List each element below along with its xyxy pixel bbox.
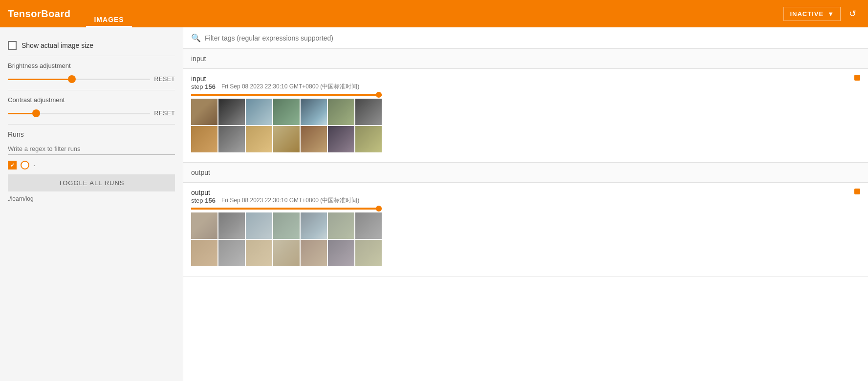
step-label-output: step 156 bbox=[191, 197, 216, 204]
toggle-all-runs-button[interactable]: TOGGLE ALL RUNS bbox=[8, 174, 175, 191]
image-cell bbox=[328, 126, 354, 152]
show-actual-size-label: Show actual image size bbox=[22, 42, 93, 49]
input-title: input bbox=[191, 75, 359, 83]
image-cell bbox=[246, 240, 272, 266]
filter-bar: 🔍 bbox=[183, 27, 868, 49]
brightness-fill bbox=[8, 79, 72, 80]
image-cell bbox=[191, 240, 217, 266]
image-cell bbox=[246, 212, 272, 239]
image-step-fill-input bbox=[191, 94, 382, 96]
image-card-title-output: output step 156 Fri Sep 08 2023 22:30:10… bbox=[191, 189, 359, 205]
tag-label-input: input bbox=[191, 55, 206, 63]
image-cell bbox=[246, 99, 272, 125]
output-title: output bbox=[191, 189, 359, 196]
show-actual-size-checkbox[interactable] bbox=[8, 41, 17, 50]
contrast-thumb[interactable] bbox=[32, 109, 40, 117]
image-step-fill-output bbox=[191, 208, 382, 210]
image-cell bbox=[273, 240, 300, 266]
image-cell bbox=[218, 212, 245, 239]
image-cell bbox=[355, 126, 382, 152]
image-cell bbox=[328, 99, 354, 125]
step-date-output: Fri Sep 08 2023 22:30:10 GMT+0800 (中国标准时… bbox=[221, 196, 359, 205]
image-cell bbox=[218, 126, 245, 152]
inactive-label: INACTIVE bbox=[790, 10, 824, 18]
image-cell bbox=[191, 126, 217, 152]
logo: TensorBoard bbox=[8, 8, 70, 20]
runs-title: Runs bbox=[8, 130, 175, 138]
image-cell bbox=[246, 126, 272, 152]
main-content: 🔍 input input step 156 Fri Sep 08 2023 2… bbox=[183, 27, 868, 381]
nav-item-images[interactable]: IMAGES bbox=[86, 0, 131, 27]
image-cell bbox=[301, 126, 327, 152]
brightness-section: Brightness adjustment RESET bbox=[8, 56, 175, 90]
image-step-slider-input[interactable] bbox=[191, 94, 382, 96]
contrast-slider[interactable] bbox=[8, 108, 150, 118]
runs-filter-input[interactable] bbox=[8, 143, 175, 155]
image-card-input: input step 156 Fri Sep 08 2023 22:30:10 … bbox=[183, 69, 868, 162]
step-label-input: step 156 bbox=[191, 83, 216, 90]
brightness-slider-row: RESET bbox=[8, 74, 175, 84]
image-cell bbox=[328, 240, 354, 266]
run-color-dot-output bbox=[854, 189, 860, 194]
contrast-reset-button[interactable]: RESET bbox=[154, 110, 175, 117]
contrast-track bbox=[8, 113, 150, 114]
topbar-right: INACTIVE ▼ ↺ bbox=[783, 6, 860, 21]
search-icon: 🔍 bbox=[191, 33, 201, 42]
image-cell bbox=[355, 240, 382, 266]
brightness-slider[interactable] bbox=[8, 74, 150, 84]
image-cell bbox=[191, 212, 217, 239]
run-path: ./learn/log bbox=[8, 195, 175, 202]
runs-row: · bbox=[8, 161, 175, 169]
image-card-header-input: input step 156 Fri Sep 08 2023 22:30:10 … bbox=[191, 75, 860, 91]
tag-header-input: input bbox=[183, 49, 868, 69]
contrast-section: Contrast adjustment RESET bbox=[8, 90, 175, 125]
image-card-header-output: output step 156 Fri Sep 08 2023 22:30:10… bbox=[191, 189, 860, 205]
run-radio[interactable] bbox=[21, 161, 29, 169]
refresh-icon: ↺ bbox=[849, 8, 856, 19]
inactive-dropdown[interactable]: INACTIVE ▼ bbox=[783, 7, 841, 21]
image-cell bbox=[355, 212, 382, 239]
image-grid-output bbox=[191, 212, 860, 266]
brightness-reset-button[interactable]: RESET bbox=[154, 76, 175, 83]
image-cell bbox=[301, 212, 327, 239]
image-grid-input bbox=[191, 99, 860, 152]
image-cell bbox=[273, 126, 300, 152]
image-card-output: output step 156 Fri Sep 08 2023 22:30:10… bbox=[183, 183, 868, 276]
image-step-thumb-output[interactable] bbox=[376, 206, 382, 212]
image-cell bbox=[301, 99, 327, 125]
run-color-dot-input bbox=[854, 75, 860, 81]
brightness-track bbox=[8, 79, 150, 80]
run-dot: · bbox=[33, 161, 35, 169]
tag-section-output: output output step 156 Fri Sep 08 2023 2… bbox=[183, 163, 868, 276]
image-step-thumb-input[interactable] bbox=[376, 92, 382, 98]
show-actual-size-section: Show actual image size bbox=[8, 35, 175, 56]
contrast-slider-row: RESET bbox=[8, 108, 175, 118]
image-cell bbox=[355, 99, 382, 125]
image-cell bbox=[328, 212, 354, 239]
tag-label-output: output bbox=[191, 169, 210, 176]
brightness-label: Brightness adjustment bbox=[8, 62, 175, 69]
chevron-down-icon: ▼ bbox=[827, 10, 834, 18]
tag-header-output: output bbox=[183, 163, 868, 183]
sidebar: Show actual image size Brightness adjust… bbox=[0, 27, 183, 381]
filter-tags-input[interactable] bbox=[205, 34, 860, 42]
step-info-row-output: step 156 Fri Sep 08 2023 22:30:10 GMT+08… bbox=[191, 196, 359, 205]
step-date-input: Fri Sep 08 2023 22:30:10 GMT+0800 (中国标准时… bbox=[221, 83, 359, 91]
contrast-label: Contrast adjustment bbox=[8, 96, 175, 104]
tag-section-input: input input step 156 Fri Sep 08 2023 22:… bbox=[183, 49, 868, 163]
image-card-title-input: input step 156 Fri Sep 08 2023 22:30:10 … bbox=[191, 75, 359, 91]
image-cell bbox=[273, 99, 300, 125]
image-cell bbox=[273, 212, 300, 239]
main-layout: Show actual image size Brightness adjust… bbox=[0, 27, 868, 381]
image-cell bbox=[191, 99, 217, 125]
image-cell bbox=[301, 240, 327, 266]
refresh-button[interactable]: ↺ bbox=[845, 6, 860, 21]
brightness-thumb[interactable] bbox=[68, 75, 76, 83]
run-checkbox[interactable] bbox=[8, 161, 17, 169]
topbar: TensorBoard IMAGES INACTIVE ▼ ↺ bbox=[0, 0, 868, 27]
runs-section: Runs · TOGGLE ALL RUNS ./learn/log bbox=[8, 125, 175, 208]
image-cell bbox=[218, 240, 245, 266]
step-info-row-input: step 156 Fri Sep 08 2023 22:30:10 GMT+08… bbox=[191, 83, 359, 91]
top-nav: IMAGES bbox=[86, 0, 131, 27]
image-step-slider-output[interactable] bbox=[191, 208, 382, 210]
